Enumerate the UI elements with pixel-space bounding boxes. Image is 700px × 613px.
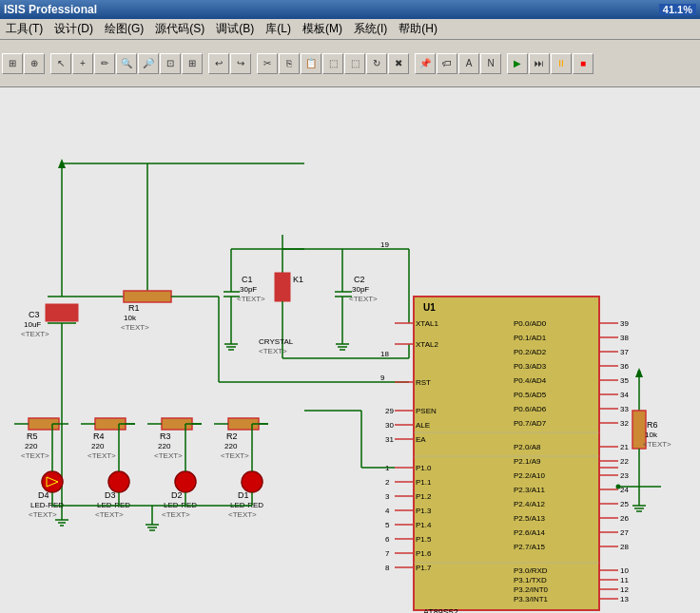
svg-text:P2.3/A11: P2.3/A11 (514, 486, 545, 494)
menu-debug[interactable]: 调试(B) (210, 19, 260, 39)
svg-rect-16 (124, 291, 171, 302)
tb-zoom-in[interactable]: 🔍 (116, 53, 137, 74)
svg-text:ALE: ALE (416, 421, 430, 430)
tb-stop[interactable]: ■ (573, 53, 593, 74)
svg-text:P1.4: P1.4 (416, 521, 432, 529)
svg-text:9: 9 (380, 374, 385, 382)
svg-text:<TEXT>: <TEXT> (95, 510, 124, 519)
svg-text:D2: D2 (171, 490, 183, 500)
menu-draw[interactable]: 绘图(G) (99, 19, 149, 39)
svg-text:29: 29 (385, 407, 394, 415)
svg-text:<TEXT>: <TEXT> (154, 451, 183, 460)
svg-point-208 (175, 471, 196, 492)
tb-component[interactable]: + (72, 53, 93, 74)
schematic-area[interactable]: C3 10uF <TEXT> R1 10k <TEXT> C1 30pF <TE… (0, 87, 700, 613)
menu-template[interactable]: 模板(M) (297, 19, 348, 39)
svg-text:R4: R4 (93, 431, 105, 441)
svg-text:<TEXT>: <TEXT> (237, 295, 265, 303)
svg-point-212 (242, 471, 262, 492)
svg-text:P2.6/A14: P2.6/A14 (514, 528, 545, 537)
svg-text:P1.7: P1.7 (416, 564, 432, 572)
svg-text:<TEXT>: <TEXT> (21, 451, 49, 460)
svg-text:36: 36 (620, 362, 629, 371)
menu-design[interactable]: 设计(D) (49, 19, 99, 39)
svg-text:K1: K1 (293, 275, 303, 284)
menu-system[interactable]: 系统(I) (348, 19, 393, 39)
tb-origin[interactable]: ⊕ (24, 53, 45, 74)
svg-text:R5: R5 (27, 431, 38, 441)
svg-text:P2.4/A12: P2.4/A12 (514, 500, 545, 508)
svg-text:<TEXT>: <TEXT> (221, 451, 249, 460)
tb-play[interactable]: ▶ (507, 53, 528, 74)
svg-text:P0.2/AD2: P0.2/AD2 (514, 348, 547, 356)
tb-undo[interactable]: ↩ (208, 53, 229, 74)
svg-text:P0.0/AD0: P0.0/AD0 (514, 319, 547, 328)
svg-text:P0.4/AD4: P0.4/AD4 (514, 376, 547, 385)
svg-text:220: 220 (91, 442, 105, 450)
svg-text:<TEXT>: <TEXT> (21, 330, 49, 338)
svg-text:23: 23 (620, 471, 629, 480)
svg-text:R3: R3 (160, 431, 171, 441)
menu-bar: 工具(T) 设计(D) 绘图(G) 源代码(S) 调试(B) 库(L) 模板(M… (0, 19, 700, 40)
svg-text:25: 25 (620, 500, 629, 508)
svg-point-247 (616, 485, 621, 489)
svg-text:D3: D3 (105, 490, 116, 500)
svg-text:<TEXT>: <TEXT> (349, 295, 378, 303)
svg-text:21: 21 (620, 443, 629, 451)
tb-copy[interactable]: ⎘ (279, 53, 300, 74)
svg-text:R2: R2 (226, 431, 238, 441)
svg-text:<TEXT>: <TEXT> (228, 510, 257, 519)
svg-text:AT89S52: AT89S52 (423, 607, 458, 613)
svg-text:39: 39 (620, 319, 629, 328)
tb-block-delete[interactable]: ✖ (388, 53, 409, 74)
tb-block-copy[interactable]: ⬚ (322, 53, 343, 74)
svg-text:5: 5 (385, 521, 390, 529)
tb-block-rotate[interactable]: ↻ (366, 53, 387, 74)
svg-text:10k: 10k (645, 431, 658, 439)
svg-text:35: 35 (620, 376, 629, 385)
toolbar: ⊞ ⊕ ↖ + ✏ 🔍 🔎 ⊡ ⊞ ↩ ↪ ✂ ⎘ 📋 ⬚ ⬚ ↻ ✖ 📌 🏷 … (0, 40, 700, 87)
tb-pick[interactable]: 📌 (415, 53, 436, 74)
svg-text:220: 220 (25, 442, 38, 450)
svg-text:34: 34 (620, 391, 629, 399)
menu-source[interactable]: 源代码(S) (149, 19, 210, 39)
tb-step[interactable]: ⏭ (529, 53, 550, 74)
tb-zoom-out[interactable]: 🔎 (138, 53, 159, 74)
svg-text:P0.3/AD3: P0.3/AD3 (514, 362, 547, 371)
tb-paste[interactable]: 📋 (301, 53, 321, 74)
menu-tools[interactable]: 工具(T) (0, 19, 49, 39)
svg-text:P0.7/AD7: P0.7/AD7 (514, 419, 547, 428)
svg-rect-65 (414, 297, 599, 610)
svg-text:27: 27 (620, 528, 629, 537)
svg-text:18: 18 (380, 350, 389, 358)
svg-text:220: 220 (224, 442, 238, 450)
svg-text:U1: U1 (423, 302, 436, 313)
zoom-level: 41.1% (659, 4, 696, 15)
tb-tags[interactable]: 🏷 (437, 53, 457, 74)
tb-pause[interactable]: ⏸ (551, 53, 572, 74)
svg-text:P1.0: P1.0 (416, 464, 432, 472)
svg-text:30pF: 30pF (352, 285, 369, 294)
menu-library[interactable]: 库(L) (260, 19, 297, 39)
svg-rect-35 (275, 273, 290, 301)
tb-netlist[interactable]: N (480, 53, 501, 74)
tb-pointer[interactable]: ↖ (50, 53, 71, 74)
svg-text:<TEXT>: <TEXT> (121, 323, 149, 332)
svg-text:12: 12 (620, 585, 629, 594)
tb-block-move[interactable]: ⬚ (344, 53, 365, 74)
tb-wire[interactable]: ✏ (94, 53, 115, 74)
svg-text:8: 8 (385, 564, 390, 572)
svg-text:P2.2/A10: P2.2/A10 (514, 471, 545, 480)
menu-help[interactable]: 帮助(H) (393, 19, 443, 39)
svg-point-204 (108, 471, 129, 492)
tb-redo[interactable]: ↪ (230, 53, 251, 74)
tb-grid[interactable]: ⊞ (2, 53, 23, 74)
tb-zoom-box[interactable]: ⊞ (182, 53, 203, 74)
svg-text:P1.3: P1.3 (416, 507, 432, 515)
svg-text:10: 10 (620, 566, 629, 575)
tb-zoom-all[interactable]: ⊡ (160, 53, 181, 74)
svg-text:33: 33 (620, 405, 629, 413)
tb-cut[interactable]: ✂ (257, 53, 278, 74)
svg-text:P1.1: P1.1 (416, 478, 432, 487)
tb-annotate[interactable]: A (458, 53, 479, 74)
